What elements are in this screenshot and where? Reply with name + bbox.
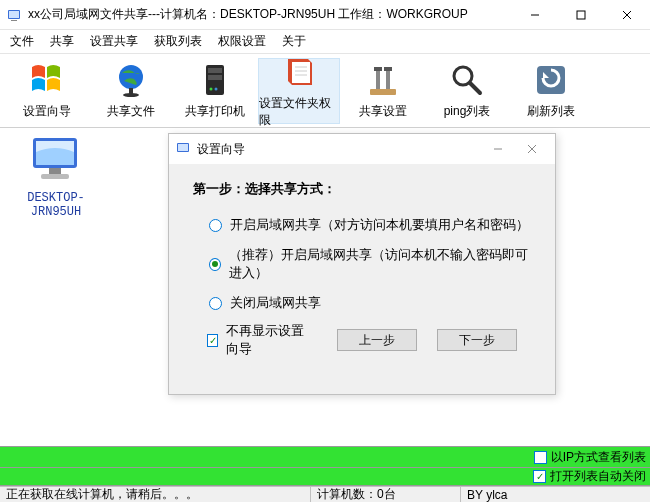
toolbar-share-file[interactable]: 共享文件 — [90, 58, 172, 124]
wizard-titlebar: 设置向导 — [169, 134, 555, 164]
titlebar: xx公司局域网文件共享---计算机名：DESKTOP-JRN95UH 工作组：W… — [0, 0, 650, 30]
minimize-button[interactable] — [512, 0, 558, 30]
menu-perm[interactable]: 权限设置 — [218, 33, 266, 50]
monitor-icon — [27, 134, 85, 187]
radio-icon — [209, 219, 222, 232]
wizard-step-title: 第一步：选择共享方式： — [193, 180, 531, 198]
auto-close-checkbox[interactable]: 打开列表自动关闭 — [533, 468, 646, 485]
wizard-dialog: 设置向导 第一步：选择共享方式： 开启局域网共享（对方访问本机要填用户名和密码）… — [168, 133, 556, 395]
svg-rect-2 — [11, 20, 17, 21]
svg-point-9 — [123, 93, 139, 97]
wizard-options: 开启局域网共享（对方访问本机要填用户名和密码） （推荐）开启局域网共享（访问本机… — [193, 216, 531, 312]
wizard-option-1-label: 开启局域网共享（对方访问本机要填用户名和密码） — [230, 216, 529, 234]
globe-icon — [112, 61, 150, 99]
wizard-option-2-label: （推荐）开启局域网共享（访问本机不输入密码即可进入） — [229, 246, 531, 282]
options-bar-2: 打开列表自动关闭 — [0, 468, 650, 486]
statusbar: 正在获取在线计算机，请稍后。。。 计算机数：0台 BY ylca — [0, 486, 650, 502]
refresh-icon — [532, 61, 570, 99]
svg-rect-19 — [370, 89, 396, 95]
toolbar-wizard-label: 设置向导 — [23, 103, 71, 120]
close-button[interactable] — [604, 0, 650, 30]
wizard-close-button[interactable] — [515, 137, 549, 161]
wizard-footer: 不再显示设置向导 上一步 下一步 — [193, 312, 531, 372]
toolbar-share-file-label: 共享文件 — [107, 103, 155, 120]
svg-rect-11 — [208, 68, 222, 73]
computer-item[interactable]: DESKTOP-JRN95UH — [6, 134, 106, 219]
menu-about[interactable]: 关于 — [282, 33, 306, 50]
toolbar-share-printer-label: 共享打印机 — [185, 103, 245, 120]
book-icon — [280, 53, 318, 91]
maximize-button[interactable] — [558, 0, 604, 30]
computer-name-label: DESKTOP-JRN95UH — [6, 191, 106, 219]
workspace: DESKTOP-JRN95UH 设置向导 第一步：选择共享方式： 开启局域网共享… — [0, 128, 650, 446]
toolbar-folder-perm-label: 设置文件夹权限 — [259, 95, 339, 129]
svg-rect-29 — [41, 174, 69, 179]
radio-icon — [209, 297, 222, 310]
svg-rect-31 — [178, 144, 188, 151]
options-bar-1: 以IP方式查看列表 — [0, 446, 650, 468]
svg-rect-28 — [49, 168, 61, 174]
status-left: 正在获取在线计算机，请稍后。。。 — [0, 487, 310, 502]
wizard-option-3-label: 关闭局域网共享 — [230, 294, 321, 312]
svg-point-13 — [210, 88, 213, 91]
ip-view-checkbox[interactable]: 以IP方式查看列表 — [534, 449, 646, 466]
wizard-option-1[interactable]: 开启局域网共享（对方访问本机要填用户名和密码） — [209, 216, 531, 234]
toolbar-refresh-label: 刷新列表 — [527, 103, 575, 120]
wizard-dont-show-label: 不再显示设置向导 — [226, 322, 313, 358]
windows-flag-icon — [28, 61, 66, 99]
svg-point-14 — [215, 88, 218, 91]
checkbox-icon — [534, 451, 547, 464]
toolbar: 设置向导 共享文件 共享打印机 设置文件夹权限 共享设置 ping列表 刷新 — [0, 54, 650, 128]
status-computer-count: 计算机数：0台 — [310, 487, 460, 502]
tools-icon — [364, 61, 402, 99]
menu-share[interactable]: 共享 — [50, 33, 74, 50]
wizard-next-button[interactable]: 下一步 — [437, 329, 517, 351]
menu-file[interactable]: 文件 — [10, 33, 34, 50]
wizard-minimize-button[interactable] — [481, 137, 515, 161]
menubar: 文件 共享 设置共享 获取列表 权限设置 关于 — [0, 30, 650, 54]
menu-get-list[interactable]: 获取列表 — [154, 33, 202, 50]
svg-point-7 — [119, 65, 143, 89]
status-author: BY ylca — [460, 487, 650, 502]
wizard-body: 第一步：选择共享方式： 开启局域网共享（对方访问本机要填用户名和密码） （推荐）… — [169, 164, 555, 394]
menu-set-share[interactable]: 设置共享 — [90, 33, 138, 50]
window-title: xx公司局域网文件共享---计算机名：DESKTOP-JRN95UH 工作组：W… — [28, 6, 512, 23]
wizard-dont-show[interactable]: 不再显示设置向导 — [207, 322, 313, 358]
ip-view-label: 以IP方式查看列表 — [551, 449, 646, 466]
app-icon — [6, 7, 22, 23]
svg-line-24 — [470, 83, 480, 93]
toolbar-share-settings-label: 共享设置 — [359, 103, 407, 120]
window-controls — [512, 0, 650, 30]
svg-rect-12 — [208, 75, 222, 80]
toolbar-ping-list-label: ping列表 — [444, 103, 491, 120]
wizard-option-3[interactable]: 关闭局域网共享 — [209, 294, 531, 312]
toolbar-share-printer[interactable]: 共享打印机 — [174, 58, 256, 124]
toolbar-folder-perm[interactable]: 设置文件夹权限 — [258, 58, 340, 124]
wizard-title-text: 设置向导 — [197, 141, 481, 158]
server-icon — [196, 61, 234, 99]
auto-close-label: 打开列表自动关闭 — [550, 468, 646, 485]
wizard-prev-button[interactable]: 上一步 — [337, 329, 417, 351]
toolbar-ping-list[interactable]: ping列表 — [426, 58, 508, 124]
checkbox-icon — [207, 334, 218, 347]
radio-icon — [209, 258, 221, 271]
svg-rect-4 — [577, 11, 585, 19]
svg-rect-15 — [292, 62, 310, 83]
toolbar-refresh[interactable]: 刷新列表 — [510, 58, 592, 124]
toolbar-share-settings[interactable]: 共享设置 — [342, 58, 424, 124]
svg-rect-22 — [384, 67, 392, 71]
toolbar-wizard[interactable]: 设置向导 — [6, 58, 88, 124]
wizard-icon — [175, 140, 191, 159]
magnifier-icon — [448, 61, 486, 99]
checkbox-icon — [533, 470, 546, 483]
wizard-option-2[interactable]: （推荐）开启局域网共享（访问本机不输入密码即可进入） — [209, 246, 531, 282]
svg-rect-1 — [9, 11, 19, 18]
